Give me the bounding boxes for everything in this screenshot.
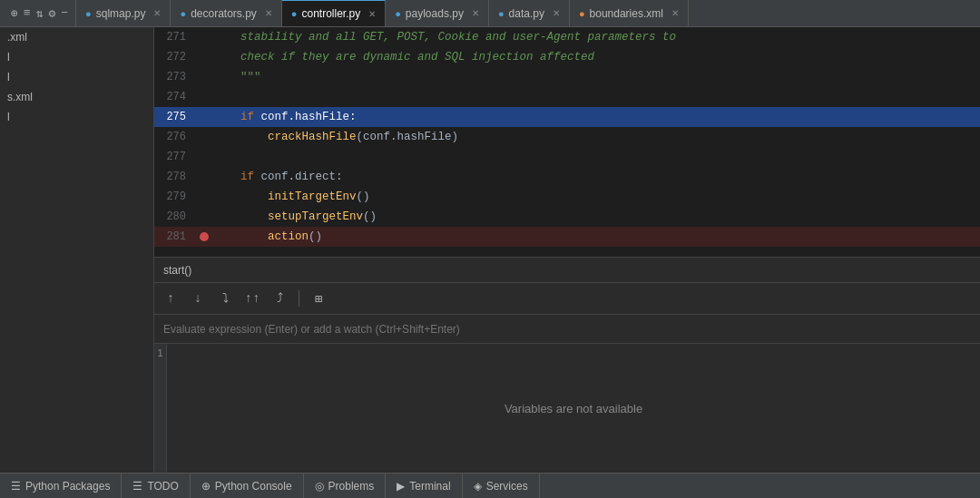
code-line-275: 275 if conf.hashFile: (154, 107, 980, 127)
line-number-279: 279 (154, 190, 195, 203)
tab-label-data: data.py (509, 7, 544, 20)
line-number-280: 280 (154, 210, 195, 223)
status-icon-todo: ☰ (132, 480, 142, 493)
tab-controller[interactable]: ●controller.py✕ (282, 0, 386, 26)
tab-label-payloads: payloads.py (406, 7, 464, 20)
code-line-271: 271 stability and all GET, POST, Cookie … (154, 27, 980, 47)
breakpoint-col-281[interactable] (195, 232, 213, 241)
debug-toolbar: ↑ ↓ ⤵ ↑↑ ⤴ ⊞ (154, 283, 980, 315)
line-number-277: 277 (154, 151, 195, 163)
status-bar: ☰Python Packages☰TODO⊕Python Console◎Pro… (0, 473, 980, 498)
status-label-python-console: Python Console (215, 480, 292, 493)
align-icon[interactable]: ≡ (24, 6, 31, 20)
code-line-276: 276 crackHashFile(conf.hashFile) (154, 127, 980, 147)
tab-icon-payloads: ● (395, 8, 401, 19)
code-line-280: 280 setupTargetEnv() (154, 207, 980, 227)
tab-label-sqlmap: sqlmap.py (96, 7, 146, 20)
sidebar-item-1[interactable]: l (0, 47, 153, 67)
filter-icon[interactable]: ⇅ (36, 6, 44, 21)
line-number-281: 281 (154, 230, 195, 243)
status-tab-python-packages[interactable]: ☰Python Packages (0, 474, 122, 498)
status-icon-problems: ◎ (315, 480, 324, 493)
debug-area: ↑ ↓ ⤵ ↑↑ ⤴ ⊞ 1 Variables are not availab… (154, 282, 980, 473)
run-to-cursor-button[interactable]: ↑↑ (241, 288, 263, 309)
code-line-274: 274 (154, 87, 980, 107)
status-icon-python-console: ⊕ (201, 480, 211, 493)
tab-close-boundaries[interactable]: ✕ (671, 8, 679, 18)
tab-data[interactable]: ●data.py✕ (489, 0, 570, 26)
status-tab-terminal[interactable]: ▶Terminal (386, 474, 462, 498)
sidebar-item-2[interactable]: l (0, 67, 153, 87)
status-label-terminal: Terminal (409, 480, 450, 493)
status-tab-services[interactable]: ◈Services (463, 474, 540, 498)
tab-close-controller[interactable]: ✕ (368, 9, 376, 19)
line-content-272: check if they are dynamic and SQL inject… (213, 51, 980, 63)
line-content-275: if conf.hashFile: (213, 111, 980, 123)
sidebar-item-0[interactable]: .xml (0, 27, 153, 47)
tab-label-controller: controller.py (301, 7, 360, 20)
tab-close-sqlmap[interactable]: ✕ (153, 8, 161, 18)
tab-icon-sqlmap: ● (85, 8, 92, 19)
code-line-272: 272 check if they are dynamic and SQL in… (154, 47, 980, 67)
code-line-273: 273 """ (154, 67, 980, 87)
editor-area: 271 stability and all GET, POST, Cookie … (154, 27, 980, 473)
status-label-todo: TODO (147, 480, 178, 493)
status-icon-services: ◈ (474, 480, 482, 493)
line-number-271: 271 (154, 31, 195, 44)
status-icon-python-packages: ☰ (11, 480, 21, 493)
variables-content: Variables are not available (167, 344, 980, 473)
settings-icon[interactable]: ⚙ (48, 6, 55, 21)
step-into-button[interactable]: ↓ (187, 288, 209, 309)
code-line-278: 278 if conf.direct: (154, 167, 980, 187)
minus-icon[interactable]: − (61, 6, 68, 20)
tab-payloads[interactable]: ●payloads.py✕ (386, 0, 489, 26)
tab-sqlmap[interactable]: ●sqlmap.py✕ (76, 0, 171, 26)
evaluate-button[interactable]: ⤴ (269, 288, 290, 309)
sidebar: .xmllls.xmll (0, 27, 154, 473)
line-number-278: 278 (154, 171, 195, 183)
table-view-button[interactable]: ⊞ (308, 288, 329, 309)
status-tab-problems[interactable]: ◎Problems (304, 474, 387, 498)
line-content-273: """ (213, 71, 980, 83)
tab-bar-icons: ⊕ ≡ ⇅ ⚙ − (4, 0, 76, 26)
line-number-275: 275 (154, 111, 195, 123)
line-number-273: 273 (154, 71, 195, 83)
main-area: .xmllls.xmll 271 stability and all GET, … (0, 27, 980, 473)
tabs-container: ●sqlmap.py✕●decorators.py✕●controller.py… (76, 0, 689, 26)
evaluate-input-area[interactable] (154, 315, 980, 344)
line-content-276: crackHashFile(conf.hashFile) (213, 131, 980, 143)
variables-sidebar: 1 (154, 344, 167, 473)
line-content-279: initTargetEnv() (213, 190, 980, 203)
code-editor[interactable]: 271 stability and all GET, POST, Cookie … (154, 27, 980, 257)
tab-icon-data: ● (498, 8, 505, 19)
sidebar-item-3[interactable]: s.xml (0, 87, 153, 107)
globe-icon[interactable]: ⊕ (11, 6, 18, 21)
tab-boundaries[interactable]: ●boundaries.xml✕ (570, 0, 689, 26)
var-sidebar-number: 1 (157, 347, 162, 358)
line-number-276: 276 (154, 131, 195, 143)
code-lines: 271 stability and all GET, POST, Cookie … (154, 27, 980, 257)
status-label-services: Services (486, 480, 528, 493)
sidebar-item-4[interactable]: l (0, 107, 153, 127)
status-tab-todo[interactable]: ☰TODO (122, 474, 190, 498)
tab-close-payloads[interactable]: ✕ (472, 8, 479, 18)
code-line-279: 279 initTargetEnv() (154, 187, 980, 207)
tab-close-decorators[interactable]: ✕ (265, 8, 272, 18)
line-content-271: stability and all GET, POST, Cookie and … (213, 31, 980, 44)
line-content-280: setupTargetEnv() (213, 210, 980, 223)
tab-icon-controller: ● (291, 8, 298, 19)
step-over-button[interactable]: ↑ (160, 288, 181, 309)
tab-decorators[interactable]: ●decorators.py✕ (171, 0, 281, 26)
evaluate-expression-input[interactable] (163, 323, 971, 336)
tab-label-boundaries: boundaries.xml (590, 7, 663, 20)
tab-close-data[interactable]: ✕ (553, 8, 560, 18)
call-stack-text: start() (163, 264, 191, 277)
step-out-button[interactable]: ⤵ (214, 288, 236, 309)
no-variables-text: Variables are not available (505, 402, 642, 415)
line-number-274: 274 (154, 91, 195, 103)
status-icon-terminal: ▶ (397, 480, 405, 493)
status-tab-python-console[interactable]: ⊕Python Console (191, 474, 304, 498)
status-label-python-packages: Python Packages (25, 480, 110, 493)
code-line-277: 277 (154, 147, 980, 167)
line-content-281: action() (213, 230, 980, 243)
